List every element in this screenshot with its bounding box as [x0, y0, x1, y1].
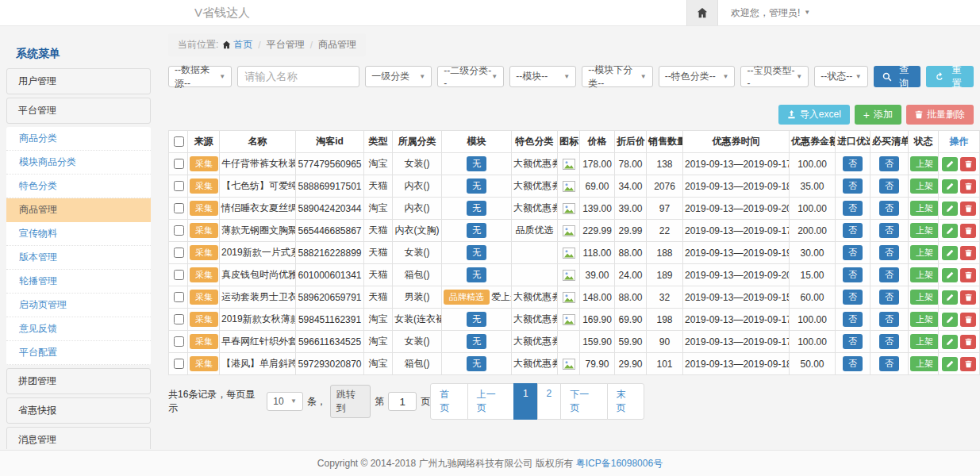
sidebar-item[interactable]: 模块商品分类 [6, 151, 151, 175]
breadcrumb-home-link[interactable]: 首页 [222, 38, 252, 52]
edit-button[interactable] [942, 290, 958, 305]
row-checkbox[interactable] [174, 314, 184, 324]
sidebar-item[interactable]: 版本管理 [6, 246, 151, 270]
edit-button[interactable] [942, 313, 958, 327]
edit-button[interactable] [942, 246, 958, 260]
select-all-checkbox[interactable] [174, 136, 184, 147]
status-badge[interactable]: 上架 [910, 356, 939, 370]
page-button[interactable]: 末页 [607, 383, 644, 420]
delete-button[interactable] [960, 157, 976, 171]
sidebar-item[interactable]: 商品管理 [6, 198, 151, 222]
sidebar-group[interactable]: 省惠快报 [6, 397, 151, 424]
filter-select[interactable]: --二级分类--▼ [437, 66, 504, 87]
status-badge[interactable]: 上架 [910, 223, 939, 237]
must-buy-badge[interactable]: 否 [879, 334, 899, 348]
filter-select[interactable]: --特色分类--▼ [659, 66, 736, 87]
delete-button[interactable] [960, 246, 976, 260]
page-button[interactable]: 首页 [430, 383, 467, 420]
must-buy-badge[interactable]: 否 [879, 223, 899, 237]
edit-button[interactable] [942, 202, 958, 216]
sidebar-item[interactable]: 平台配置 [6, 341, 151, 365]
delete-button[interactable] [960, 335, 976, 349]
status-badge[interactable]: 上架 [910, 156, 939, 171]
status-badge[interactable]: 上架 [910, 312, 939, 326]
import-select-badge[interactable]: 否 [843, 178, 863, 193]
delete-button[interactable] [960, 179, 976, 194]
delete-button[interactable] [960, 224, 976, 238]
must-buy-badge[interactable]: 否 [879, 312, 899, 326]
must-buy-badge[interactable]: 否 [879, 156, 899, 171]
import-select-badge[interactable]: 否 [843, 334, 863, 348]
import-select-badge[interactable]: 否 [843, 267, 863, 282]
import-excel-button[interactable]: 导入excel [778, 105, 850, 125]
icp-link[interactable]: 粤ICP备16098006号 [576, 457, 663, 470]
page-button[interactable]: 上一页 [467, 383, 514, 420]
sidebar-item[interactable]: 意见反馈 [6, 317, 151, 341]
sidebar-item[interactable]: 启动页管理 [6, 294, 151, 317]
add-button[interactable]: + 添加 [855, 105, 901, 125]
sidebar-item[interactable]: 宣传物料 [6, 222, 151, 246]
row-checkbox[interactable] [174, 225, 184, 236]
row-checkbox[interactable] [174, 159, 184, 169]
jump-page-input[interactable] [388, 392, 417, 411]
row-checkbox[interactable] [174, 336, 184, 347]
delete-button[interactable] [960, 357, 976, 371]
sidebar-item[interactable]: 特色分类 [6, 175, 151, 198]
row-checkbox[interactable] [174, 181, 184, 191]
edit-button[interactable] [942, 335, 958, 349]
page-button[interactable]: 1 [513, 383, 538, 420]
filter-select[interactable]: --状态--▼ [814, 66, 867, 87]
edit-button[interactable] [942, 224, 958, 238]
batch-delete-button[interactable]: 批量删除 [906, 105, 974, 125]
delete-button[interactable] [960, 313, 976, 327]
import-select-badge[interactable]: 否 [843, 312, 863, 326]
filter-select[interactable]: --宝贝类型--▼ [740, 66, 809, 87]
edit-button[interactable] [942, 268, 958, 282]
sidebar-item[interactable]: 商品分类 [6, 127, 151, 151]
jump-button[interactable]: 跳转到 [330, 385, 371, 418]
search-button[interactable]: 查询 [874, 66, 921, 87]
import-select-badge[interactable]: 否 [843, 201, 863, 215]
import-select-badge[interactable]: 否 [843, 223, 863, 237]
filter-select[interactable]: --数据来源--▼ [168, 66, 232, 87]
status-badge[interactable]: 上架 [910, 334, 939, 348]
row-checkbox[interactable] [174, 270, 184, 280]
must-buy-badge[interactable]: 否 [879, 178, 899, 193]
page-button[interactable]: 2 [537, 383, 562, 420]
home-button[interactable] [686, 0, 718, 25]
filter-select[interactable]: --模块--▼ [509, 66, 576, 87]
sidebar-item[interactable]: 轮播管理 [6, 270, 151, 294]
must-buy-badge[interactable]: 否 [879, 356, 899, 370]
import-select-badge[interactable]: 否 [843, 290, 863, 304]
row-checkbox[interactable] [174, 359, 184, 369]
must-buy-badge[interactable]: 否 [879, 245, 899, 259]
status-badge[interactable]: 上架 [910, 267, 939, 282]
must-buy-badge[interactable]: 否 [879, 201, 899, 215]
must-buy-badge[interactable]: 否 [879, 290, 899, 304]
must-buy-badge[interactable]: 否 [879, 267, 899, 282]
row-checkbox[interactable] [174, 292, 184, 302]
name-search-input[interactable] [237, 66, 359, 87]
reset-button[interactable]: 重置 [926, 66, 974, 87]
edit-button[interactable] [942, 357, 958, 371]
status-badge[interactable]: 上架 [910, 245, 939, 259]
status-badge[interactable]: 上架 [910, 178, 939, 193]
row-checkbox[interactable] [174, 203, 184, 213]
sidebar-group[interactable]: 消息管理 [6, 427, 151, 449]
delete-button[interactable] [960, 202, 976, 216]
filter-select[interactable]: 一级分类▼ [365, 66, 432, 87]
sidebar-group[interactable]: 平台管理 [6, 98, 151, 124]
edit-button[interactable] [942, 157, 958, 171]
edit-button[interactable] [942, 179, 958, 194]
import-select-badge[interactable]: 否 [843, 245, 863, 259]
sidebar-group[interactable]: 拼团管理 [6, 368, 151, 394]
user-menu[interactable]: 欢迎您，管理员! ▼ [731, 6, 810, 20]
delete-button[interactable] [960, 290, 976, 305]
page-button[interactable]: 下一页 [560, 383, 607, 420]
import-select-badge[interactable]: 否 [843, 356, 863, 370]
filter-select[interactable]: --模块下分类--▼ [582, 66, 652, 87]
import-select-badge[interactable]: 否 [843, 156, 863, 171]
status-badge[interactable]: 上架 [910, 201, 939, 215]
row-checkbox[interactable] [174, 248, 184, 258]
status-badge[interactable]: 上架 [910, 290, 939, 304]
